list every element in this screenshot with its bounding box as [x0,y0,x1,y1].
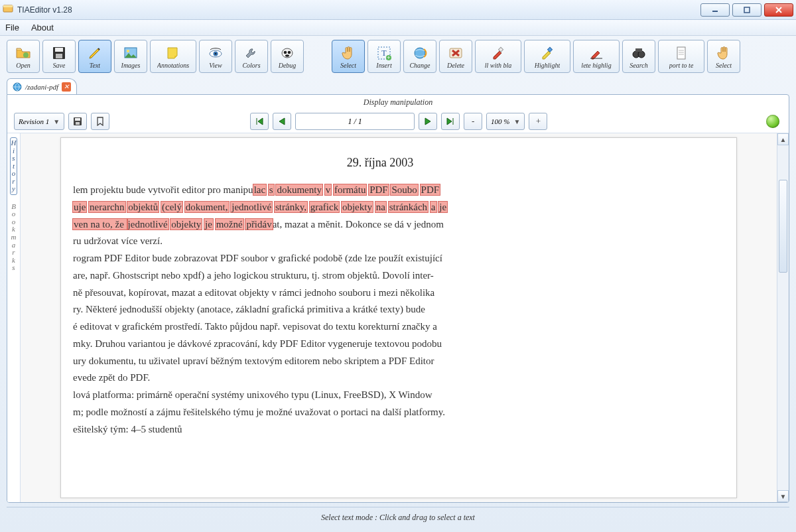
prev-page-button[interactable] [273,113,291,130]
vertical-scrollbar[interactable]: ▲ ▼ [777,133,789,502]
tab-close-icon[interactable]: ✕ [62,82,71,92]
insert-button[interactable]: T+Insert [367,40,401,73]
tool-label: Images [121,62,141,69]
change-button[interactable]: Change [403,40,436,73]
delete-button[interactable]: Delete [439,40,472,73]
highlight: je [438,202,447,212]
annotations-button[interactable]: Annotations [150,40,196,73]
doc-line: lová platforma: primárně operační systém… [73,388,687,403]
titlebar: TIAEditor v1.28 [0,0,796,20]
tool-label: Change [409,62,430,69]
document-viewport[interactable]: 29. října 2003 lem projektu bude vytvoři… [21,133,777,502]
next-page-button[interactable] [419,113,437,130]
page-value: 1 / 1 [348,117,362,127]
search-button[interactable]: Search [622,40,655,73]
highlight: možné [216,219,243,230]
colors-button[interactable]: Colors [235,40,268,73]
zoom-in-button[interactable]: + [529,113,547,130]
svg-rect-8 [55,48,63,52]
debug-button[interactable]: Debug [271,40,304,73]
doc-line: m; podle možností a zájmu řešitelského t… [73,405,687,420]
first-page-button[interactable] [250,113,269,130]
maximize-button[interactable] [732,3,762,17]
highlight: je [204,219,213,230]
status-orb-button[interactable] [763,113,782,130]
document-tab[interactable]: /zadani-pdf ✕ [7,78,77,94]
chevron-down-icon: ▼ [53,118,60,125]
highlight: stránkách [389,202,428,212]
hand-icon [340,44,357,62]
images-button[interactable]: Images [114,40,147,73]
highlight: ven na to, že [73,219,127,230]
document-date: 29. října 2003 [73,154,687,171]
menu-about[interactable]: About [31,23,54,33]
tool-label: Text [90,62,100,69]
minimize-button[interactable] [700,3,730,17]
fillblack-button[interactable]: ll with bla [475,40,521,73]
menu-file[interactable]: File [5,23,19,33]
highlight: objekty [342,202,373,212]
open-button[interactable]: Open [7,40,40,73]
menubar: File About [0,20,796,36]
svg-point-16 [284,50,287,54]
chevron-down-icon: ▼ [513,118,520,125]
doc-line: lem projektu bude vytvořit editor pro ma… [73,183,687,198]
zoom-combo[interactable]: 100 % ▼ [486,113,525,130]
close-button[interactable] [764,3,793,17]
tool-label: View [209,62,222,69]
marker-blue-icon [539,44,556,62]
toolbar: OpenSaveTextImagesAnnotationsViewColorsD… [7,40,789,73]
highlight: Soubo [391,184,417,195]
green-orb-icon [766,115,779,128]
marker-red-icon [490,44,507,62]
scroll-up-button[interactable]: ▲ [777,133,789,145]
binoculars-icon [630,44,647,62]
highlight: formátu [334,184,366,195]
doc-line: ešitelský tým: 4–5 studentů [73,423,687,437]
side-tab-history[interactable]: History [10,137,18,195]
select2-button[interactable]: Select [707,40,740,73]
doc-line: é editovat v grafickém prostředí. Takto … [73,320,687,334]
highlight: přidáv [245,219,272,230]
highlight: nerarchn [89,202,125,212]
highlight: jednotlivé [127,219,168,230]
tab-label: /zadani-pdf [25,83,58,91]
text: lem projektu bude vytvořit editor pro ma… [73,184,253,195]
panel-title: Display manipulation [7,95,789,110]
bookmark-button[interactable] [91,113,109,130]
svg-rect-29 [635,48,642,52]
workspace: History Bookmarks 29. října 2003 lem pro… [7,133,789,502]
last-page-button[interactable] [441,113,460,130]
tool-label: Colors [242,62,260,69]
save-button[interactable]: Save [42,40,76,73]
view-button[interactable]: View [199,40,232,73]
highlight: stránky, [275,202,307,212]
revision-combo[interactable]: Revision 1 ▼ [14,113,64,130]
select-button[interactable]: Select [332,40,365,73]
tool-label: Select [340,62,356,69]
tool-label: Open [16,62,31,69]
doc-line: rogram PDF Editor bude zobrazovat PDF so… [73,251,687,266]
svg-point-18 [285,54,289,56]
text-button[interactable]: Text [78,40,111,73]
save-revision-button[interactable] [68,113,87,130]
scroll-thumb[interactable] [779,180,787,273]
sticky-note-icon [165,44,182,62]
doc-line: ně přesouvat, kopírovat, mazat a editova… [73,286,687,300]
highlight: na [375,202,386,212]
highlight: dokumenty [276,184,322,195]
zoom-out-button[interactable]: - [464,113,482,130]
nav-row: Revision 1 ▼ 1 / 1 - 100 % ▼ + [7,110,789,133]
highlight-button[interactable]: Highlight [524,40,570,73]
delhighlig-button[interactable]: lete highlig [573,40,620,73]
zoom-label: 100 % [491,117,509,125]
highlight: lac [253,184,266,195]
page-field[interactable]: 1 / 1 [295,113,415,130]
tool-label: Select [716,62,732,69]
svg-point-17 [288,50,291,54]
scroll-down-button[interactable]: ▼ [777,490,789,502]
highlight: (celý [161,202,182,212]
svg-point-11 [127,50,129,52]
side-tab-bookmarks[interactable]: Bookmarks [11,202,17,273]
export-button[interactable]: port to te [658,40,704,73]
